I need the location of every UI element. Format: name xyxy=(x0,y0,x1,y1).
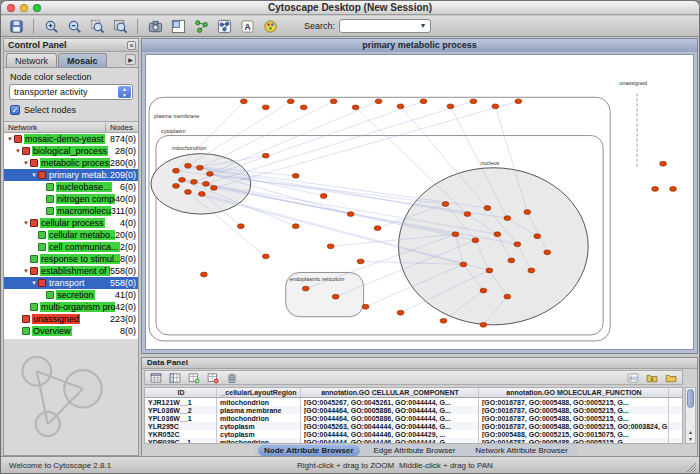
network-green-icon[interactable] xyxy=(191,17,211,35)
network-node[interactable] xyxy=(210,185,217,190)
tree-row[interactable]: ▼establishment of l...558(0) xyxy=(4,265,138,277)
network-node[interactable] xyxy=(515,99,522,104)
network-edge[interactable] xyxy=(206,101,474,184)
table-row[interactable]: YPL036W__1mitochondrion[GO:0044464, GO:0… xyxy=(145,414,682,422)
tab-network[interactable]: Network xyxy=(6,53,57,67)
tree-row[interactable]: nitrogen compo...40(0) xyxy=(4,193,138,205)
network-node[interactable] xyxy=(197,165,204,170)
zoom-out-icon[interactable] xyxy=(64,17,84,35)
network-view-title[interactable]: primary metabolic process xyxy=(142,39,697,52)
import-table-icon[interactable] xyxy=(644,371,660,384)
table-cell[interactable]: YPL036W__1 xyxy=(145,414,217,422)
search-dropdown-arrow-icon[interactable]: ▼ xyxy=(417,20,429,32)
network-node[interactable] xyxy=(332,294,339,299)
tree-row[interactable]: unassigned223(0) xyxy=(4,313,138,325)
network-node[interactable] xyxy=(447,104,454,109)
network-node[interactable] xyxy=(528,268,535,273)
table-cell[interactable]: YLR295C xyxy=(145,422,217,430)
snapshot-icon[interactable] xyxy=(145,17,165,35)
node-color-combobox[interactable]: transporter activity ▲▼ xyxy=(9,84,133,100)
network-node[interactable] xyxy=(470,99,477,104)
tab-network-attribute-browser[interactable]: Network Attribute Browser xyxy=(469,445,573,456)
tree-row[interactable]: ▼metabolic process280(0) xyxy=(4,157,138,169)
network-node[interactable] xyxy=(352,105,359,110)
network-node[interactable] xyxy=(206,171,213,176)
network-node[interactable] xyxy=(440,318,447,323)
network-node[interactable] xyxy=(240,99,247,104)
table-row[interactable]: YLR295Ccytoplasm[GO:0045263, GO:0044444,… xyxy=(145,422,682,430)
vizmapper-icon[interactable] xyxy=(260,17,280,35)
network-node[interactable] xyxy=(534,234,541,239)
table-cell[interactable]: [GO:0044464, GO:0005886, GO:0044444, G..… xyxy=(301,414,479,422)
network-node[interactable] xyxy=(397,310,404,315)
table-cell[interactable]: [GO:0045263, GO:0044444, GO:0044446, G..… xyxy=(301,422,479,430)
network-node[interactable] xyxy=(357,259,364,264)
network-node[interactable] xyxy=(179,177,186,182)
tree-row[interactable]: cell communica...2(0) xyxy=(4,241,138,253)
control-panel-close-icon[interactable]: × xyxy=(127,41,136,50)
formula-icon[interactable]: f(x) xyxy=(625,371,641,384)
save-icon[interactable] xyxy=(6,17,26,35)
table-grid-icon[interactable] xyxy=(148,371,164,384)
select-attributes-icon[interactable] xyxy=(167,371,183,384)
tree-row[interactable]: ▼primary metab...209(0) xyxy=(4,169,138,181)
network-edge[interactable] xyxy=(188,101,291,165)
zoom-in-icon[interactable] xyxy=(41,17,61,35)
tree-expand-arrow[interactable]: ▼ xyxy=(30,280,38,286)
trash-icon[interactable] xyxy=(224,371,240,384)
table-cell[interactable]: [GO:0005488, GO:0005215, GO:0015075, G..… xyxy=(479,430,669,438)
table-cell[interactable]: YPL036W__2 xyxy=(145,406,217,414)
network-node[interactable] xyxy=(486,268,493,273)
zoom-selected-icon[interactable] xyxy=(87,17,107,35)
network-node[interactable] xyxy=(191,179,198,184)
network-node[interactable] xyxy=(652,186,659,191)
table-cell[interactable]: cytoplasm xyxy=(217,422,301,430)
network-node[interactable] xyxy=(287,99,294,104)
network-node[interactable] xyxy=(397,104,404,109)
export-table-icon[interactable] xyxy=(663,371,679,384)
network-node[interactable] xyxy=(514,242,521,247)
network-node[interactable] xyxy=(362,304,369,309)
tree-row[interactable]: nucleobase...6(0) xyxy=(4,181,138,193)
combobox-arrows-icon[interactable]: ▲▼ xyxy=(118,86,131,98)
table-row[interactable]: YKR052Ccytoplasm[GO:0044444, GO:0044446,… xyxy=(145,430,682,438)
column-header[interactable]: annotation.GO CELLULAR_COMPONENT xyxy=(301,388,479,397)
network-node[interactable] xyxy=(347,212,354,217)
network-node[interactable] xyxy=(300,105,307,110)
resize-grip[interactable] xyxy=(685,459,697,471)
network-node[interactable] xyxy=(375,99,382,104)
network-node[interactable] xyxy=(374,226,381,231)
network-node[interactable] xyxy=(292,173,299,178)
network-node[interactable] xyxy=(330,99,337,104)
table-row[interactable]: YJR121W__1mitochondrion[GO:0045267, GO:0… xyxy=(145,398,682,406)
network-node[interactable] xyxy=(173,183,180,188)
table-vertical-scrollbar[interactable]: ▲▼ xyxy=(685,387,696,444)
table-cell[interactable]: [GO:0016787, GO:0005488, GO:0005215, G..… xyxy=(479,414,669,422)
data-panel-title[interactable]: Data Panel xyxy=(142,358,697,369)
network-node[interactable] xyxy=(494,232,501,237)
tab-scroll-right-icon[interactable]: ▶ xyxy=(125,54,136,65)
network-node[interactable] xyxy=(544,250,551,255)
network-canvas[interactable]: plasma membranecytoplasmmitochondrionnuc… xyxy=(145,54,694,350)
search-input[interactable] xyxy=(342,20,416,32)
tree-expand-arrow[interactable]: ▼ xyxy=(22,268,30,274)
network-node[interactable] xyxy=(237,224,244,229)
table-row[interactable]: YPL036W__2plasma membrane[GO:0044464, GO… xyxy=(145,406,682,414)
tree-row[interactable]: ▼cellular process4(0) xyxy=(4,217,138,229)
tree-expand-arrow[interactable]: ▼ xyxy=(22,160,30,166)
network-node[interactable] xyxy=(199,192,206,197)
table-cell[interactable]: YKR052C xyxy=(145,430,217,438)
scrollbar-thumb[interactable] xyxy=(687,389,694,408)
column-header[interactable]: _cellularLayoutRegion xyxy=(217,388,301,397)
scrollbar-arrows-icon[interactable]: ▲▼ xyxy=(686,429,695,443)
network-node[interactable] xyxy=(670,186,677,191)
network-node[interactable] xyxy=(504,216,511,221)
network-node[interactable] xyxy=(464,212,471,217)
network-node[interactable] xyxy=(302,286,309,291)
network-node[interactable] xyxy=(508,258,515,263)
network-node[interactable] xyxy=(202,181,209,186)
column-header[interactable]: ID xyxy=(145,388,217,397)
network-node[interactable] xyxy=(185,163,192,168)
tree-row[interactable]: cellular metabo...20(0) xyxy=(4,229,138,241)
network-node[interactable] xyxy=(320,194,327,199)
